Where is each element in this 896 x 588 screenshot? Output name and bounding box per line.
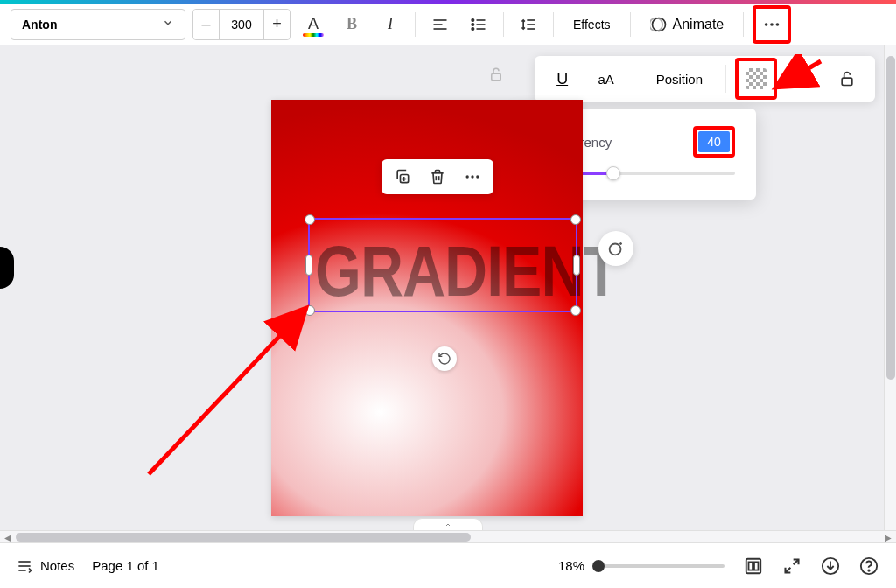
chevron-up-icon [443,522,453,528]
font-family-name: Anton [22,18,57,32]
toolbar-divider [415,12,416,37]
download-icon [821,556,840,576]
animate-icon [650,16,668,33]
floating-element-controls [382,159,494,194]
duplicate-button[interactable] [390,164,415,189]
underline-button[interactable]: U [545,61,580,96]
rainbow-underline-icon [303,33,324,37]
bottom-bar: Notes Page 1 of 1 18% [0,542,896,588]
align-left-icon [431,16,449,33]
svg-point-16 [770,23,774,26]
main-toolbar: Anton – 300 + A B I Effects Animate [0,4,896,46]
svg-line-30 [775,61,821,88]
secondary-divider [633,65,634,93]
font-size-decrement[interactable]: – [193,10,220,39]
animate-label: Animate [673,17,724,32]
scrollbar-horizontal[interactable]: ◀ ▶ [0,530,896,542]
svg-rect-18 [492,74,501,80]
svg-point-17 [776,23,780,26]
notes-label: Notes [40,558,74,573]
font-size-value[interactable]: 300 [220,18,263,32]
side-panel-tab[interactable] [0,247,14,289]
help-button[interactable] [858,555,880,578]
text-color-button[interactable]: A [298,9,329,40]
font-family-selector[interactable]: Anton [10,9,186,40]
resize-handle-tr[interactable] [570,214,581,225]
svg-point-26 [610,244,621,256]
bullet-list-button[interactable] [463,9,494,40]
resize-handle-tl[interactable] [304,214,315,225]
transparency-value-input[interactable] [698,131,730,152]
position-button[interactable]: Position [642,61,717,96]
italic-button[interactable]: I [374,9,406,40]
list-icon [470,16,487,33]
resize-handle-mr[interactable] [573,255,580,276]
scrollbar-thumb-vertical[interactable] [886,56,895,380]
zoom-controls: 18% [558,558,724,573]
svg-point-24 [471,175,473,178]
scrollbar-thumb-horizontal[interactable] [16,533,471,542]
svg-point-3 [472,18,474,21]
annotation-highlight-more [752,5,791,44]
grid-icon [744,556,763,576]
animate-button[interactable]: Animate [640,9,735,40]
delete-button[interactable] [425,164,450,189]
download-button[interactable] [819,555,842,578]
svg-rect-35 [749,562,753,570]
lock-icon [838,70,856,88]
italic-icon: I [388,15,393,33]
toolbar-divider [503,12,504,37]
bold-button[interactable]: B [336,9,368,40]
align-button[interactable] [424,9,456,40]
scrollbar-vertical[interactable] [884,46,896,530]
svg-point-25 [476,175,479,178]
annotation-arrow-to-text [140,290,324,483]
quick-action-button[interactable] [598,231,634,266]
annotation-highlight-value [693,126,735,158]
ellipsis-icon [464,168,481,186]
svg-rect-19 [842,78,852,85]
rotate-handle[interactable] [432,346,457,371]
transparency-icon [746,68,766,89]
page-indicator[interactable]: Page 1 of 1 [92,558,159,573]
font-size-stepper: – 300 + [192,9,290,40]
spacing-button[interactable] [513,9,544,40]
lock-icon-outside [488,66,504,86]
editor-area: U aA Position Transparency [0,46,896,542]
svg-point-23 [466,175,469,178]
slider-thumb[interactable] [606,166,620,180]
fullscreen-icon [783,557,801,575]
text-color-a-icon: A [308,15,318,33]
font-size-increment[interactable]: + [263,10,290,39]
grid-view-button[interactable] [742,555,765,578]
svg-point-13 [652,18,665,31]
help-icon [859,556,878,576]
zoom-percentage[interactable]: 18% [558,558,584,573]
underline-icon: U [556,70,568,88]
svg-point-42 [868,570,869,570]
rotate-icon [438,352,452,366]
svg-line-29 [149,308,306,474]
effects-button[interactable]: Effects [563,18,621,32]
uppercase-icon: aA [598,72,613,87]
position-label: Position [656,72,703,87]
zoom-slider-knob[interactable] [592,560,605,572]
chevron-down-icon [162,17,174,32]
toolbar-divider [630,12,631,37]
scroll-right-arrow[interactable]: ▶ [882,531,894,543]
more-options-button[interactable] [756,9,788,40]
svg-point-7 [472,27,474,30]
duplicate-icon [394,168,411,186]
resize-handle-br[interactable] [570,305,581,316]
secondary-divider [725,65,726,93]
zoom-slider[interactable] [593,564,724,568]
toolbar-divider [553,12,554,37]
resize-handle-ml[interactable] [305,255,312,276]
scroll-left-arrow[interactable]: ◀ [2,531,14,543]
bold-icon: B [346,15,357,33]
page-collapse-tab[interactable] [413,518,483,530]
notes-button[interactable]: Notes [16,557,74,575]
uppercase-button[interactable]: aA [589,61,624,96]
element-more-button[interactable] [460,164,485,189]
fullscreen-button[interactable] [780,555,803,578]
